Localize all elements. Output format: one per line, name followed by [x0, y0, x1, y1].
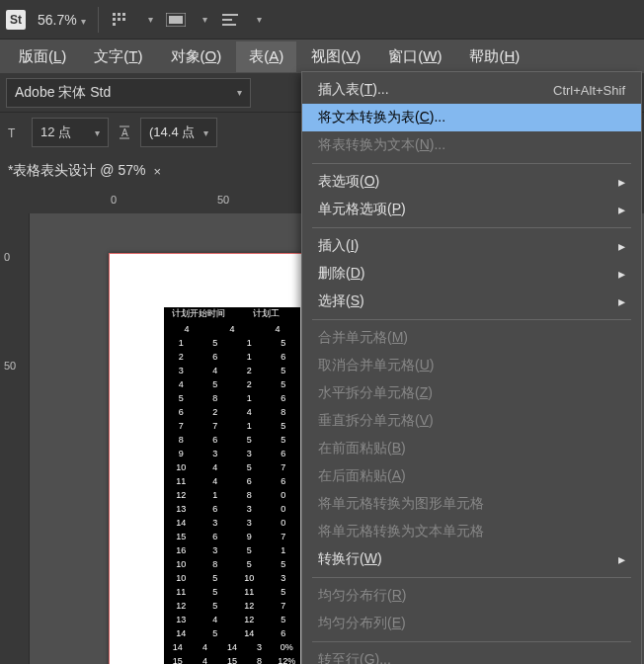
- font-size-input[interactable]: 12 点▾: [32, 118, 109, 147]
- menu-insert[interactable]: 插入(I)▸: [302, 232, 641, 260]
- menu-delete[interactable]: 删除(D)▸: [302, 260, 641, 288]
- divider: [98, 7, 99, 33]
- table-row: 15697: [164, 531, 300, 542]
- table-menu-dropdown: 插入表(T)... Ctrl+Alt+Shif 将文本转换为表(C)... 将表…: [301, 71, 642, 664]
- table-row: 1515: [164, 337, 300, 349]
- leading-icon: A: [115, 123, 134, 142]
- table-row: 3425: [164, 365, 300, 376]
- top-toolbar: St 56.7%▾ ▾ ▾ ▾: [0, 0, 644, 40]
- table-row: 15415812%: [164, 655, 300, 664]
- table-row: 10855: [164, 558, 300, 570]
- menu-view[interactable]: 视图(V): [298, 42, 373, 72]
- table-row: 2616: [164, 351, 300, 363]
- menu-merge-cells: 合并单元格(M): [302, 324, 641, 352]
- font-size-icon: T: [6, 123, 26, 142]
- menu-object[interactable]: 对象(O): [158, 42, 235, 72]
- menu-convert-text: 将单元格转换为文本单元格: [302, 518, 641, 545]
- menu-select[interactable]: 选择(S)▸: [302, 288, 641, 315]
- table-row: 12180: [164, 489, 300, 501]
- table-row: 125127: [164, 600, 300, 612]
- table-row: 134125: [164, 614, 300, 625]
- menu-convert-graphic: 将单元格转换为图形单元格: [302, 490, 641, 518]
- style-badge[interactable]: St: [6, 10, 26, 30]
- menu-split-v: 垂直拆分单元格(V): [302, 407, 641, 435]
- svg-text:T: T: [8, 126, 16, 139]
- menu-distribute-rows: 均匀分布行(R): [302, 582, 641, 610]
- menu-separator: [312, 163, 631, 164]
- table-row: 8655: [164, 434, 300, 446]
- align-icon[interactable]: [219, 9, 241, 31]
- table-row: 145146: [164, 627, 300, 639]
- menu-insert-table[interactable]: 插入表(T)... Ctrl+Alt+Shif: [302, 76, 641, 104]
- zoom-value[interactable]: 56.7%▾: [38, 12, 86, 28]
- table-row: 444: [164, 323, 300, 335]
- table-row: 11466: [164, 475, 300, 487]
- svg-rect-3: [113, 18, 116, 21]
- vertical-ruler: 0 50: [0, 213, 30, 664]
- table-row: 16351: [164, 544, 300, 556]
- svg-rect-5: [122, 18, 125, 21]
- leading-input[interactable]: (14.4 点▾: [140, 118, 217, 147]
- menu-distribute-cols: 均匀分布列(E): [302, 610, 641, 637]
- menu-text[interactable]: 文字(T): [81, 42, 155, 72]
- menu-table-to-text: 将表转换为文本(N)...: [302, 131, 641, 159]
- menu-convert-row[interactable]: 转换行(W)▸: [302, 545, 641, 573]
- svg-rect-4: [118, 18, 121, 21]
- font-family-select[interactable]: Adobe 宋体 Std▾: [6, 78, 251, 108]
- menu-split-h: 水平拆分单元格(Z): [302, 379, 641, 407]
- menubar: 版面(L) 文字(T) 对象(O) 表(A) 视图(V) 窗口(W) 帮助(H): [0, 40, 644, 73]
- table-row: 1441430%: [164, 641, 300, 653]
- svg-rect-1: [118, 13, 121, 16]
- svg-rect-2: [122, 13, 125, 16]
- table-row: 5816: [164, 392, 300, 404]
- table-row: 6248: [164, 406, 300, 418]
- svg-rect-6: [113, 23, 116, 26]
- menu-layout[interactable]: 版面(L): [6, 42, 79, 72]
- grid-icon[interactable]: [111, 9, 132, 31]
- menu-go-to-row: 转至行(G)...: [302, 646, 641, 664]
- table-row: 4525: [164, 378, 300, 390]
- table-row: 115115: [164, 586, 300, 598]
- menu-table[interactable]: 表(A): [236, 42, 296, 72]
- menu-separator: [312, 577, 631, 578]
- table-header: 计划开始时间计划工: [164, 307, 300, 321]
- menu-separator: [312, 641, 631, 642]
- svg-text:A: A: [121, 127, 128, 138]
- menu-table-options[interactable]: 表选项(O)▸: [302, 168, 641, 196]
- menu-paste-after: 在后面粘贴(A): [302, 462, 641, 490]
- table-content[interactable]: 计划开始时间计划工 444 15152616342545255816624877…: [164, 307, 300, 664]
- menu-separator: [312, 319, 631, 320]
- menu-paste-before: 在前面粘贴(B): [302, 435, 641, 462]
- table-row: 10457: [164, 461, 300, 473]
- frame-icon[interactable]: [165, 9, 187, 31]
- svg-rect-0: [113, 13, 116, 16]
- table-row: 7715: [164, 420, 300, 432]
- table-row: 14330: [164, 517, 300, 529]
- table-row: 13630: [164, 503, 300, 515]
- menu-separator: [312, 227, 631, 228]
- menu-unmerge-cells: 取消合并单元格(U): [302, 352, 641, 379]
- menu-cell-options[interactable]: 单元格选项(P)▸: [302, 196, 641, 223]
- close-icon[interactable]: ×: [153, 164, 161, 179]
- menu-help[interactable]: 帮助(H): [456, 42, 532, 72]
- table-row: 9336: [164, 448, 300, 459]
- svg-rect-8: [169, 16, 183, 24]
- doc-tab[interactable]: *表格表头设计 @ 57% ×: [8, 162, 161, 180]
- menu-window[interactable]: 窗口(W): [375, 42, 454, 72]
- table-row: 105103: [164, 572, 300, 584]
- menu-text-to-table[interactable]: 将文本转换为表(C)...: [302, 104, 641, 131]
